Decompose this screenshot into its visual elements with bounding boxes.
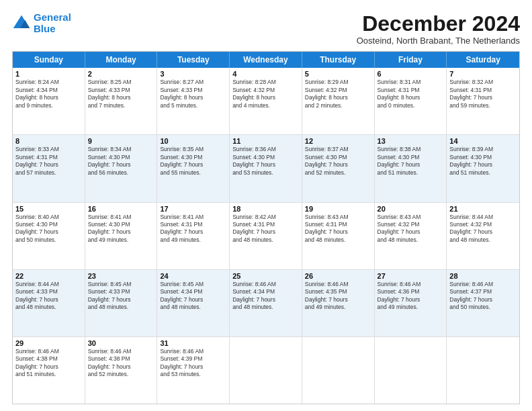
day-number: 7 [449,70,517,78]
logo: General Blue [12,12,71,34]
day-content: Sunrise: 8:33 AMSunset: 4:31 PMDaylight:… [15,146,82,177]
logo-line1: General [34,11,71,23]
calendar-week: 29Sunrise: 8:46 AMSunset: 4:38 PMDayligh… [13,336,519,404]
calendar-day-cell: 15Sunrise: 8:40 AMSunset: 4:30 PMDayligh… [13,203,85,269]
day-content: Sunrise: 8:31 AMSunset: 4:31 PMDaylight:… [378,79,444,109]
calendar-day-header: Friday [375,52,447,68]
day-content: Sunrise: 8:27 AMSunset: 4:33 PMDaylight:… [160,79,226,109]
calendar-day-cell: 16Sunrise: 8:41 AMSunset: 4:30 PMDayligh… [85,203,158,269]
day-content: Sunrise: 8:46 AMSunset: 4:38 PMDaylight:… [15,348,82,379]
calendar-day-header: Saturday [447,52,519,68]
calendar-empty-cell [375,337,447,404]
calendar-day-cell: 12Sunrise: 8:37 AMSunset: 4:30 PMDayligh… [302,135,375,201]
calendar-day-cell: 30Sunrise: 8:46 AMSunset: 4:38 PMDayligh… [85,337,158,404]
calendar-day-cell: 22Sunrise: 8:44 AMSunset: 4:33 PMDayligh… [13,270,85,336]
calendar-day-cell: 9Sunrise: 8:34 AMSunset: 4:30 PMDaylight… [85,135,158,201]
subtitle: Oosteind, North Brabant, The Netherlands [357,36,520,46]
calendar-body: 1Sunrise: 8:24 AMSunset: 4:34 PMDaylight… [13,68,519,404]
day-content: Sunrise: 8:39 AMSunset: 4:30 PMDaylight:… [449,146,517,177]
day-number: 1 [15,70,82,78]
day-content: Sunrise: 8:46 AMSunset: 4:34 PMDaylight:… [232,281,299,312]
calendar-week: 15Sunrise: 8:40 AMSunset: 4:30 PMDayligh… [13,202,519,269]
day-content: Sunrise: 8:45 AMSunset: 4:34 PMDaylight:… [160,281,226,312]
day-content: Sunrise: 8:41 AMSunset: 4:30 PMDaylight:… [88,214,154,244]
calendar-day-cell: 26Sunrise: 8:46 AMSunset: 4:35 PMDayligh… [302,270,375,336]
day-number: 25 [232,272,299,280]
day-number: 10 [160,137,226,145]
calendar-day-cell: 3Sunrise: 8:27 AMSunset: 4:33 PMDaylight… [157,68,230,134]
day-content: Sunrise: 8:41 AMSunset: 4:31 PMDaylight:… [160,214,226,244]
day-content: Sunrise: 8:38 AMSunset: 4:30 PMDaylight:… [378,146,444,177]
calendar-day-cell: 17Sunrise: 8:41 AMSunset: 4:31 PMDayligh… [157,203,230,269]
calendar-day-cell: 29Sunrise: 8:46 AMSunset: 4:38 PMDayligh… [13,337,85,404]
day-number: 28 [449,272,517,280]
calendar-day-cell: 11Sunrise: 8:36 AMSunset: 4:30 PMDayligh… [230,135,302,201]
day-number: 2 [88,70,154,78]
day-number: 20 [378,205,444,213]
day-content: Sunrise: 8:46 AMSunset: 4:35 PMDaylight:… [305,281,371,312]
calendar-day-cell: 31Sunrise: 8:46 AMSunset: 4:39 PMDayligh… [157,337,230,404]
day-content: Sunrise: 8:43 AMSunset: 4:31 PMDaylight:… [305,214,371,244]
day-number: 16 [88,205,154,213]
day-number: 6 [378,70,444,78]
day-number: 4 [232,70,299,78]
calendar-day-cell: 20Sunrise: 8:43 AMSunset: 4:32 PMDayligh… [375,203,447,269]
day-number: 24 [160,272,226,280]
day-content: Sunrise: 8:34 AMSunset: 4:30 PMDaylight:… [88,146,154,177]
day-number: 22 [15,272,82,280]
day-number: 21 [449,205,517,213]
calendar-day-cell: 19Sunrise: 8:43 AMSunset: 4:31 PMDayligh… [302,203,375,269]
calendar-week: 8Sunrise: 8:33 AMSunset: 4:31 PMDaylight… [13,134,519,201]
logo-line2: Blue [34,23,56,34]
day-number: 14 [449,137,517,145]
day-content: Sunrise: 8:46 AMSunset: 4:36 PMDaylight:… [378,281,444,312]
calendar-week: 22Sunrise: 8:44 AMSunset: 4:33 PMDayligh… [13,269,519,336]
title-section: December 2024 Oosteind, North Brabant, T… [357,12,520,46]
header: General Blue December 2024 Oosteind, Nor… [12,12,520,46]
day-number: 30 [88,339,154,347]
day-number: 19 [305,205,371,213]
day-content: Sunrise: 8:44 AMSunset: 4:32 PMDaylight:… [449,214,517,244]
day-number: 11 [232,137,299,145]
calendar-day-cell: 28Sunrise: 8:46 AMSunset: 4:37 PMDayligh… [447,270,519,336]
day-content: Sunrise: 8:35 AMSunset: 4:30 PMDaylight:… [160,146,226,177]
day-number: 3 [160,70,226,78]
day-number: 26 [305,272,371,280]
day-content: Sunrise: 8:43 AMSunset: 4:32 PMDaylight:… [378,214,444,244]
calendar-day-cell: 6Sunrise: 8:31 AMSunset: 4:31 PMDaylight… [375,68,447,134]
day-number: 29 [15,339,82,347]
day-content: Sunrise: 8:40 AMSunset: 4:30 PMDaylight:… [15,214,82,244]
day-content: Sunrise: 8:28 AMSunset: 4:32 PMDaylight:… [232,79,299,109]
calendar-day-header: Monday [85,52,158,68]
day-number: 18 [232,205,299,213]
calendar-empty-cell [447,337,519,404]
calendar-day-cell: 5Sunrise: 8:29 AMSunset: 4:32 PMDaylight… [302,68,375,134]
calendar-day-cell: 27Sunrise: 8:46 AMSunset: 4:36 PMDayligh… [375,270,447,336]
day-content: Sunrise: 8:44 AMSunset: 4:33 PMDaylight:… [15,281,82,312]
day-content: Sunrise: 8:32 AMSunset: 4:31 PMDaylight:… [449,79,517,109]
day-number: 17 [160,205,226,213]
calendar-day-cell: 10Sunrise: 8:35 AMSunset: 4:30 PMDayligh… [157,135,230,201]
day-number: 23 [88,272,154,280]
calendar-day-header: Tuesday [157,52,230,68]
day-number: 5 [305,70,371,78]
calendar-day-cell: 18Sunrise: 8:42 AMSunset: 4:31 PMDayligh… [230,203,302,269]
day-number: 15 [15,205,82,213]
calendar-empty-cell [302,337,375,404]
day-number: 27 [378,272,444,280]
day-content: Sunrise: 8:42 AMSunset: 4:31 PMDaylight:… [232,214,299,244]
logo-icon [12,14,31,33]
day-content: Sunrise: 8:24 AMSunset: 4:34 PMDaylight:… [15,79,82,109]
calendar-day-cell: 23Sunrise: 8:45 AMSunset: 4:33 PMDayligh… [85,270,158,336]
calendar-day-cell: 7Sunrise: 8:32 AMSunset: 4:31 PMDaylight… [447,68,519,134]
main-title: December 2024 [357,12,520,36]
day-content: Sunrise: 8:46 AMSunset: 4:38 PMDaylight:… [88,348,154,379]
day-content: Sunrise: 8:36 AMSunset: 4:30 PMDaylight:… [232,146,299,177]
calendar-day-header: Thursday [302,52,375,68]
day-content: Sunrise: 8:25 AMSunset: 4:33 PMDaylight:… [88,79,154,109]
day-number: 9 [88,137,154,145]
logo-text: General Blue [34,12,71,34]
calendar-header: SundayMondayTuesdayWednesdayThursdayFrid… [13,52,519,68]
calendar-day-cell: 13Sunrise: 8:38 AMSunset: 4:30 PMDayligh… [375,135,447,201]
page: General Blue December 2024 Oosteind, Nor… [0,0,532,411]
